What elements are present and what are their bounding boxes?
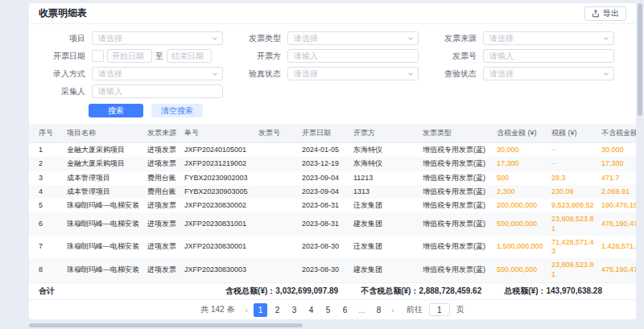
invoice-source-select[interactable]: 请选择	[483, 31, 614, 45]
prev-page-button[interactable]: ‹	[243, 305, 250, 315]
table-row[interactable]: 3成本管理项目费用台账FYBX202309020032023-09-041121…	[29, 171, 636, 185]
entry-method-select[interactable]: 请选择	[92, 67, 223, 80]
cell-issuer: 建发集团	[353, 258, 423, 282]
cell-tax: --	[551, 157, 601, 171]
chevron-down-icon	[408, 35, 413, 40]
cell-issuer: 东海特仪	[353, 157, 423, 171]
vertical-scrollbar[interactable]	[638, 3, 642, 116]
column-header-date: 开票日期	[302, 124, 353, 143]
filter-row-2: 开票日期 至 开票方 发票号	[39, 49, 626, 63]
cell-project: 成本管理项目	[67, 171, 147, 185]
cell-invoice_no	[258, 258, 302, 282]
cell-project: 金融大厦采购项目	[67, 143, 147, 158]
end-date-input[interactable]	[167, 49, 212, 63]
cell-tax: 23,809,523.81	[551, 212, 601, 236]
export-button[interactable]: 导出	[584, 6, 626, 21]
cell-source: 进项发票	[147, 212, 184, 236]
cell-tax: 230.09	[551, 185, 601, 199]
page-button-4[interactable]: 4	[304, 303, 318, 317]
summary-total-value: 143,970,638.28	[546, 286, 602, 295]
page-button-3[interactable]: 3	[287, 303, 301, 317]
invoice-type-select[interactable]: 请选择	[287, 31, 419, 45]
filter-field-check-status: 查验状态 请选择	[430, 67, 625, 80]
search-button[interactable]: 搜索	[89, 104, 143, 117]
cell-order_no: JXFP20230830001	[184, 236, 258, 259]
filter-row-1: 项目 请选择 发票类型 请选择 发票来源 请选择	[39, 31, 626, 45]
cell-invoice_no	[258, 143, 302, 158]
cell-date: 2023-08-31	[302, 212, 353, 236]
cell-date: 2023-09-04	[302, 171, 353, 185]
cell-net: 476,190,476.19	[601, 258, 636, 282]
cell-no: 4	[29, 185, 67, 199]
filter-actions: 搜索 清空搜索	[89, 104, 626, 117]
summary-total-label: 含税总额(¥)：	[225, 286, 275, 295]
filter-field-invoice-type: 发票类型 请选择	[234, 31, 430, 45]
summary-total-item: 含税总额(¥)：3,032,699,097.89	[225, 286, 338, 297]
page-button-6[interactable]: 6	[338, 303, 352, 317]
start-date-input[interactable]	[107, 49, 152, 63]
entry-method-select-placeholder: 请选择	[98, 68, 122, 80]
chevron-down-icon	[213, 71, 217, 76]
next-page-button[interactable]: ›	[390, 305, 396, 315]
summary-totals: 含税总额(¥)：3,032,699,097.89不含税总额(¥)：2,888,7…	[225, 286, 626, 297]
table-row[interactable]: 6珠穆朗玛峰—电梯安装进项发票JXFP202308310012023-08-31…	[29, 212, 636, 236]
filter-label-invoice-no: 发票号	[430, 51, 483, 62]
goto-suffix: 页	[456, 304, 464, 315]
project-select[interactable]: 请选择	[92, 31, 223, 45]
column-header-type: 发票类型	[423, 124, 497, 143]
filter-field-project: 项目 请选择	[39, 31, 234, 45]
column-header-issuer: 开票方	[353, 124, 423, 143]
filter-label-entry-method: 录入方式	[39, 68, 92, 80]
summary-bar: 合计 含税总额(¥)：3,032,699,097.89不含税总额(¥)：2,88…	[29, 282, 636, 300]
cell-issuer: 建发集团	[353, 212, 423, 236]
cell-type: 增值税专用发票(蓝)	[423, 157, 497, 171]
cell-type: 增值税专用发票(蓝)	[423, 185, 497, 199]
collector-input[interactable]	[92, 84, 223, 98]
table-row[interactable]: 5珠穆朗玛峰—电梯安装进项发票JXFP202308300022023-08-31…	[29, 199, 636, 212]
summary-label: 合计	[39, 286, 55, 297]
cell-net: 1,428,571,428.57	[601, 236, 636, 259]
table-row[interactable]: 2金融大厦采购项目进项发票JXFP202312190022023-12-19东海…	[29, 157, 636, 171]
cell-order_no: JXFP20240105001	[184, 143, 258, 158]
issuer-input[interactable]	[287, 49, 419, 63]
page-ellipsis[interactable]: ...	[355, 303, 369, 317]
cell-date: 2023-09-04	[302, 185, 353, 199]
clear-search-button[interactable]: 清空搜索	[151, 104, 203, 117]
cell-source: 费用台账	[147, 185, 184, 199]
page-button-1[interactable]: 1	[254, 303, 267, 317]
filter-label-check-status: 查验状态	[430, 68, 483, 80]
summary-total-value: 3,032,699,097.89	[275, 286, 338, 295]
verify-status-select[interactable]: 请选择	[287, 67, 419, 80]
table-row[interactable]: 8珠穆朗玛峰—电梯安装进项发票JXFP202308300032023-08-30…	[29, 258, 636, 282]
pagination-pages: 123456...8	[254, 303, 386, 317]
table-header-row: 序号项目名称发票来源单号发票号开票日期开票方发票类型含税金额 (¥)税额 (¥)…	[29, 124, 636, 143]
filter-label-project: 项目	[39, 33, 92, 44]
filter-field-invoice-date: 开票日期 至	[39, 49, 234, 63]
invoice-no-input[interactable]	[483, 49, 614, 63]
page-button-2[interactable]: 2	[270, 303, 284, 317]
horizontal-scrollbar[interactable]	[29, 323, 303, 327]
table-row[interactable]: 4成本管理项目费用台账FYBX202309030052023-09-041313…	[29, 185, 636, 199]
cell-issuer: 11213	[353, 171, 423, 185]
cell-order_no: FYBX20230903005	[184, 185, 258, 199]
cell-amount: 200,000,000	[497, 199, 551, 212]
summary-total-item: 总税额(¥)：143,970,638.28	[504, 286, 602, 297]
cell-type: 增值税专用发票(蓝)	[423, 143, 497, 158]
page-header: 收票明细表 导出	[29, 3, 636, 24]
cell-net: 30,000	[601, 143, 636, 158]
goto-page-input[interactable]	[429, 303, 450, 316]
check-status-select[interactable]: 请选择	[483, 67, 614, 80]
calendar-icon[interactable]	[92, 50, 104, 62]
cell-date: 2023-08-30	[302, 236, 353, 259]
page-button-5[interactable]: 5	[321, 303, 335, 317]
invoice-table-grid: 序号项目名称发票来源单号发票号开票日期开票方发票类型含税金额 (¥)税额 (¥)…	[29, 124, 636, 282]
column-header-amount: 含税金额 (¥)	[497, 124, 551, 143]
column-header-order_no: 单号	[184, 124, 258, 143]
page-button-8[interactable]: 8	[372, 303, 386, 317]
table-row[interactable]: 1金融大厦采购项目进项发票JXFP202401050012024-01-05东海…	[29, 143, 636, 158]
chevron-down-icon	[604, 35, 609, 40]
chevron-down-icon	[408, 71, 413, 76]
table-row[interactable]: 7珠穆朗玛峰—电梯安装进项发票JXFP202308300012023-08-30…	[29, 236, 636, 259]
column-header-no: 序号	[29, 124, 67, 143]
cell-source: 进项发票	[147, 199, 184, 212]
